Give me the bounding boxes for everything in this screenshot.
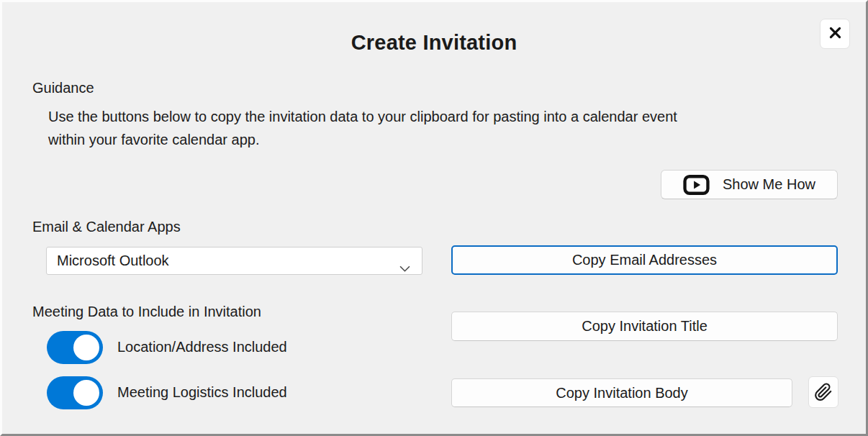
show-me-how-button[interactable]: Show Me How xyxy=(661,170,838,199)
close-icon xyxy=(829,27,841,42)
email-app-select[interactable]: Microsoft Outlook xyxy=(46,247,422,275)
copy-invitation-body-button[interactable]: Copy Invitation Body xyxy=(451,378,792,407)
guidance-text: Use the buttons below to copy the invita… xyxy=(48,105,677,151)
create-invitation-dialog: Create Invitation Guidance Use the butto… xyxy=(0,0,868,436)
dialog-title: Create Invitation xyxy=(2,31,866,55)
location-address-toggle-label: Location/Address Included xyxy=(117,339,287,355)
toggle-knob xyxy=(73,380,99,406)
email-app-selected-value: Microsoft Outlook xyxy=(57,253,169,269)
meeting-logistics-toggle-label: Meeting Logistics Included xyxy=(117,384,287,401)
attachment-button[interactable] xyxy=(808,376,838,408)
chevron-down-icon xyxy=(399,259,410,276)
show-me-how-label: Show Me How xyxy=(723,176,815,193)
toggle-knob xyxy=(73,335,99,360)
meeting-logistics-toggle[interactable] xyxy=(47,376,103,409)
location-address-toggle[interactable] xyxy=(47,331,103,364)
video-play-icon xyxy=(683,175,710,195)
guidance-line-2: within your favorite calendar app. xyxy=(48,128,677,151)
email-apps-label: Email & Calendar Apps xyxy=(32,219,181,235)
guidance-label: Guidance xyxy=(32,80,94,96)
close-button[interactable] xyxy=(820,19,850,49)
meeting-data-label: Meeting Data to Include in Invitation xyxy=(32,304,261,320)
paperclip-icon xyxy=(814,383,833,401)
copy-invitation-title-button[interactable]: Copy Invitation Title xyxy=(451,312,838,341)
copy-email-addresses-button[interactable]: Copy Email Addresses xyxy=(451,245,838,275)
guidance-line-1: Use the buttons below to copy the invita… xyxy=(48,105,677,128)
